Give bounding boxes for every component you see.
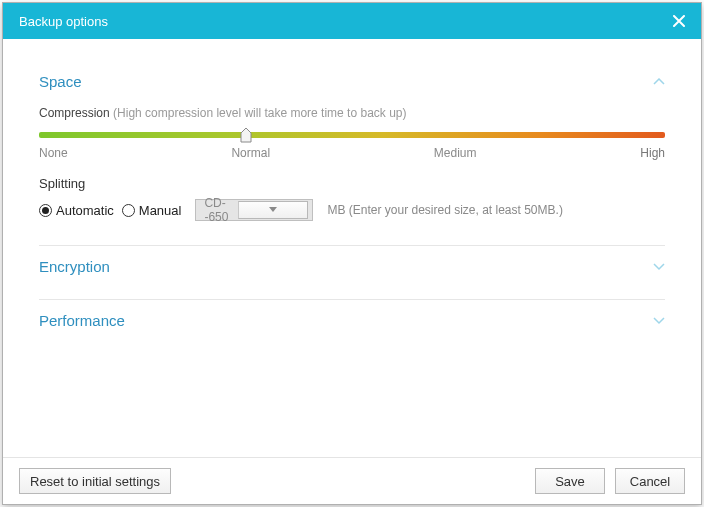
compression-hint: (High compression level will take more t…: [113, 106, 406, 120]
close-button[interactable]: [669, 11, 689, 31]
close-icon: [673, 15, 685, 27]
radio-manual[interactable]: Manual: [122, 203, 182, 218]
splitting-size-dropdown[interactable]: CD--650: [195, 199, 313, 221]
slider-track[interactable]: [39, 132, 665, 138]
section-title-performance: Performance: [39, 312, 125, 329]
titlebar: Backup options: [3, 3, 701, 39]
splitting-title: Splitting: [39, 176, 665, 191]
slider-labels: None Normal Medium High: [39, 146, 665, 160]
chevron-up-icon: [653, 75, 665, 89]
radio-automatic-label: Automatic: [56, 203, 114, 218]
section-header-encryption[interactable]: Encryption: [39, 245, 665, 281]
radio-dot-icon: [122, 204, 135, 217]
compression-label-row: Compression (High compression level will…: [39, 106, 665, 120]
radio-manual-label: Manual: [139, 203, 182, 218]
section-header-space[interactable]: Space: [39, 67, 665, 96]
save-button[interactable]: Save: [535, 468, 605, 494]
compression-slider[interactable]: None Normal Medium High: [39, 132, 665, 160]
slider-label-medium: Medium: [434, 146, 477, 160]
cancel-button[interactable]: Cancel: [615, 468, 685, 494]
chevron-down-icon: [653, 260, 665, 274]
slider-label-none: None: [39, 146, 68, 160]
radio-automatic[interactable]: Automatic: [39, 203, 114, 218]
radio-dot-icon: [39, 204, 52, 217]
content-area: Space Compression (High compression leve…: [3, 39, 701, 457]
chevron-down-icon: [238, 201, 308, 219]
dropdown-value: CD--650: [204, 196, 238, 224]
window-title: Backup options: [19, 14, 669, 29]
slider-label-high: High: [640, 146, 665, 160]
slider-handle[interactable]: [240, 127, 252, 143]
section-title-encryption: Encryption: [39, 258, 110, 275]
splitting-row: Automatic Manual CD--650 MB (Enter your …: [39, 199, 665, 221]
footer: Reset to initial settings Save Cancel: [3, 457, 701, 504]
splitting-hint: MB (Enter your desired size, at least 50…: [327, 203, 562, 217]
section-title-space: Space: [39, 73, 82, 90]
backup-options-dialog: Backup options Space Compression (High c…: [2, 2, 702, 505]
compression-label: Compression: [39, 106, 110, 120]
slider-label-normal: Normal: [231, 146, 270, 160]
section-header-performance[interactable]: Performance: [39, 299, 665, 335]
reset-button[interactable]: Reset to initial settings: [19, 468, 171, 494]
chevron-down-icon: [653, 314, 665, 328]
section-body-space: Compression (High compression level will…: [39, 96, 665, 227]
